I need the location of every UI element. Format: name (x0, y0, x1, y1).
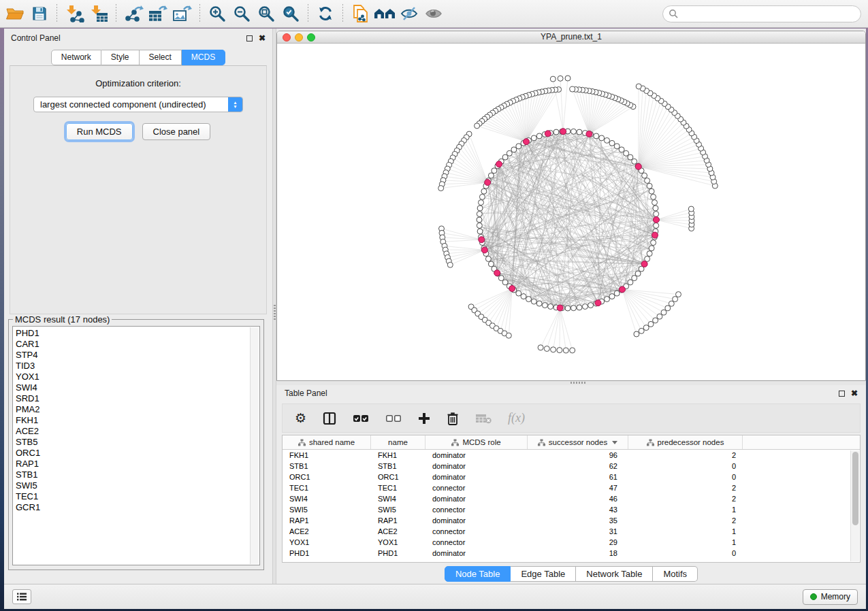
column-header-shared-name[interactable]: shared name (283, 435, 371, 449)
close-window-icon[interactable] (283, 33, 291, 42)
graph-node[interactable] (485, 257, 491, 262)
graph-node[interactable] (481, 188, 487, 194)
graph-node[interactable] (492, 168, 497, 174)
graph-node[interactable] (654, 223, 659, 229)
graph-node[interactable] (536, 301, 542, 306)
table-row[interactable]: RAP1RAP1dominator352 (283, 515, 860, 526)
graph-node[interactable] (526, 297, 532, 302)
graph-hub-node[interactable] (652, 232, 658, 238)
graph-hub-node[interactable] (620, 286, 626, 293)
graph-node[interactable] (669, 301, 674, 306)
graph-node[interactable] (544, 346, 549, 352)
graph-node[interactable] (673, 297, 678, 302)
graph-node[interactable] (502, 280, 508, 285)
graph-node[interactable] (605, 137, 610, 143)
graph-node[interactable] (477, 205, 483, 211)
import-network-button[interactable] (62, 2, 86, 25)
graph-node[interactable] (548, 304, 553, 310)
graph-node[interactable] (553, 129, 559, 135)
graph-node[interactable] (488, 261, 494, 267)
mcds-result-item[interactable]: SWI5 (16, 480, 249, 491)
table-row[interactable]: ACE2ACE2connector311 (283, 526, 860, 537)
table-scrollbar[interactable] (850, 450, 859, 561)
graph-node[interactable] (565, 76, 570, 81)
float-panel-icon[interactable] (839, 391, 845, 397)
network-window-titlebar[interactable]: YPA_prune.txt_1 (277, 31, 865, 44)
graph-node[interactable] (521, 294, 526, 299)
graph-node[interactable] (619, 147, 624, 152)
graph-node[interactable] (536, 133, 542, 139)
graph-node[interactable] (479, 194, 485, 199)
graph-node[interactable] (498, 276, 504, 281)
mcds-result-item[interactable]: FKH1 (16, 415, 249, 426)
import-table-button[interactable] (86, 2, 111, 25)
graph-node[interactable] (488, 173, 494, 178)
export-network-button[interactable] (121, 2, 146, 25)
graph-hub-node[interactable] (509, 286, 515, 292)
graph-node[interactable] (582, 304, 588, 310)
graph-node[interactable] (643, 325, 649, 331)
search-input[interactable] (678, 7, 861, 20)
delete-table-button[interactable] (475, 410, 492, 427)
memory-button[interactable]: Memory (803, 589, 858, 605)
graph-node[interactable] (653, 205, 658, 211)
zoom-selected-button[interactable] (278, 2, 303, 25)
mcds-result-item[interactable]: CAR1 (16, 339, 249, 350)
graph-node[interactable] (652, 200, 658, 205)
graph-node[interactable] (624, 150, 629, 156)
table-row[interactable]: PHD1PHD1dominator180 (283, 548, 860, 559)
export-table-button[interactable] (146, 2, 170, 25)
mcds-result-item[interactable]: SWI4 (16, 382, 249, 393)
hide-selected-button[interactable] (397, 2, 421, 25)
graph-node[interactable] (614, 144, 620, 149)
graph-node[interactable] (649, 188, 654, 194)
graph-hub-node[interactable] (481, 247, 487, 253)
graph-node[interactable] (477, 223, 482, 229)
create-column-button[interactable] (418, 410, 430, 427)
graph-hub-node[interactable] (485, 180, 491, 186)
export-image-button[interactable] (170, 2, 195, 25)
graph-node[interactable] (653, 318, 658, 323)
graph-node[interactable] (688, 206, 694, 212)
graph-node[interactable] (511, 147, 517, 152)
mcds-result-item[interactable]: RAP1 (16, 459, 249, 469)
scrollbar-thumb[interactable] (852, 452, 858, 525)
table-row[interactable]: STB1STB1dominator620 (283, 461, 860, 472)
graph-node[interactable] (632, 276, 637, 281)
graph-node[interactable] (645, 178, 650, 184)
graph-node[interactable] (516, 144, 521, 149)
graph-hub-node[interactable] (545, 131, 551, 137)
tab-select[interactable]: Select (140, 50, 182, 65)
graph-node[interactable] (577, 305, 582, 310)
minimize-window-icon[interactable] (295, 33, 303, 42)
zoom-in-button[interactable] (205, 2, 229, 25)
graph-node[interactable] (648, 321, 654, 327)
function-builder-button[interactable]: f(x) (508, 410, 525, 427)
tab-network-table[interactable]: Network Table (576, 566, 653, 582)
graph-node[interactable] (632, 159, 637, 164)
graph-node[interactable] (477, 229, 483, 234)
tab-network[interactable]: Network (51, 50, 101, 65)
delete-columns-button[interactable] (447, 410, 459, 427)
graph-node[interactable] (570, 86, 575, 92)
graph-hub-node[interactable] (479, 237, 485, 243)
graph-hub-node[interactable] (557, 305, 563, 311)
mcds-result-item[interactable]: PHD1 (16, 328, 249, 339)
first-neighbors-button[interactable] (372, 2, 397, 25)
column-header-predecessor-nodes[interactable]: predecessor nodes (628, 435, 743, 449)
mcds-result-item[interactable]: TID3 (16, 361, 249, 371)
graph-node[interactable] (502, 154, 508, 160)
graph-node[interactable] (599, 135, 605, 141)
column-header-name[interactable]: name (371, 435, 425, 449)
graph-node[interactable] (479, 200, 484, 205)
graph-node[interactable] (609, 140, 615, 146)
table-row[interactable]: YOX1YOX1connector291 (283, 537, 860, 548)
network-canvas[interactable] (277, 44, 865, 380)
graph-node[interactable] (634, 331, 639, 337)
show-all-button[interactable] (421, 2, 446, 25)
mcds-result-item[interactable]: SRD1 (16, 393, 249, 404)
graph-hub-node[interactable] (524, 139, 530, 145)
float-panel-icon[interactable] (246, 35, 253, 42)
graph-node[interactable] (636, 84, 641, 89)
graph-node[interactable] (609, 294, 615, 299)
